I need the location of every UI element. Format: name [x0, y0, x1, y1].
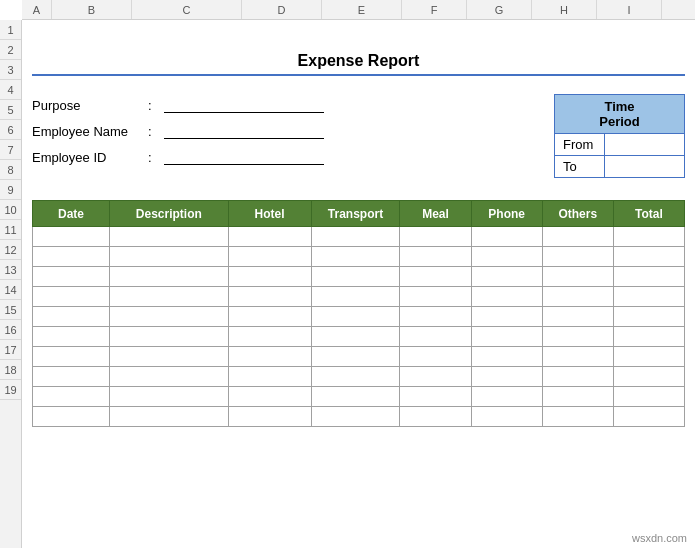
table-row	[33, 327, 685, 347]
row-numbers: 1 2 3 4 5 6 7 8 9 10 11 12 13 14 15 16 1…	[0, 20, 22, 548]
row-num-2: 2	[0, 40, 21, 60]
employee-id-label: Employee ID	[32, 150, 142, 165]
row-num-11: 11	[0, 220, 21, 240]
table-row	[33, 287, 685, 307]
form-row-employee-id: Employee ID :	[32, 146, 324, 168]
row-num-16: 16	[0, 320, 21, 340]
cell-transport[interactable]	[311, 227, 400, 247]
table-row	[33, 347, 685, 367]
col-header-i: I	[597, 0, 662, 19]
row-num-14: 14	[0, 280, 21, 300]
spreadsheet-wrapper: 1 2 3 4 5 6 7 8 9 10 11 12 13 14 15 16 1…	[0, 0, 695, 548]
row-num-19: 19	[0, 380, 21, 400]
row-num-13: 13	[0, 260, 21, 280]
cell-hotel[interactable]	[228, 227, 311, 247]
col-date: Date	[33, 201, 110, 227]
from-label: From	[555, 134, 605, 156]
content-area: Expense Report Purpose : Employee Name :	[22, 20, 695, 548]
table-row	[33, 247, 685, 267]
cell-total[interactable]	[613, 227, 684, 247]
col-header-f: F	[402, 0, 467, 19]
col-header-d: D	[242, 0, 322, 19]
to-value[interactable]	[605, 156, 685, 178]
expense-table-wrapper: Date Description Hotel Transport Meal Ph…	[22, 194, 695, 427]
row-num-12: 12	[0, 240, 21, 260]
watermark: wsxdn.com	[632, 532, 687, 544]
expense-table-header-row: Date Description Hotel Transport Meal Ph…	[33, 201, 685, 227]
row-num-17: 17	[0, 340, 21, 360]
col-others: Others	[542, 201, 613, 227]
col-header-a: A	[22, 0, 52, 19]
form-row-purpose: Purpose :	[32, 94, 324, 116]
col-header-e: E	[322, 0, 402, 19]
purpose-input[interactable]	[164, 97, 324, 113]
report-title: Expense Report	[298, 52, 420, 69]
row-num-15: 15	[0, 300, 21, 320]
row-num-6: 6	[0, 120, 21, 140]
table-row	[33, 367, 685, 387]
row-num-18: 18	[0, 360, 21, 380]
table-row	[33, 227, 685, 247]
form-row-employee-name: Employee Name :	[32, 120, 324, 142]
col-description: Description	[110, 201, 229, 227]
from-value[interactable]	[605, 134, 685, 156]
purpose-label: Purpose	[32, 98, 142, 113]
purpose-colon: :	[148, 98, 158, 113]
employee-name-input[interactable]	[164, 123, 324, 139]
col-transport: Transport	[311, 201, 400, 227]
table-row	[33, 407, 685, 427]
employee-id-colon: :	[148, 150, 158, 165]
row-num-3: 3	[0, 60, 21, 80]
row-num-7: 7	[0, 140, 21, 160]
row-num-10: 10	[0, 200, 21, 220]
row-num-5: 5	[0, 100, 21, 120]
time-period-from-row: From	[555, 134, 685, 156]
col-header-g: G	[467, 0, 532, 19]
table-row	[33, 307, 685, 327]
row-num-9: 9	[0, 180, 21, 200]
employee-name-colon: :	[148, 124, 158, 139]
col-header-c: C	[132, 0, 242, 19]
row-num-4: 4	[0, 80, 21, 100]
table-row	[33, 387, 685, 407]
col-meal: Meal	[400, 201, 471, 227]
time-period-to-row: To	[555, 156, 685, 178]
cell-date[interactable]	[33, 227, 110, 247]
cell-phone[interactable]	[471, 227, 542, 247]
col-header-b: B	[52, 0, 132, 19]
row-num-8: 8	[0, 160, 21, 180]
title-section: Expense Report	[32, 44, 685, 76]
employee-id-input[interactable]	[164, 149, 324, 165]
to-label: To	[555, 156, 605, 178]
col-phone: Phone	[471, 201, 542, 227]
time-period-table: Time Period From To	[554, 94, 685, 178]
col-header-h: H	[532, 0, 597, 19]
time-period-section: Time Period From To	[554, 94, 685, 178]
main-area: A B C D E F G H I Expense Report Pu	[22, 0, 695, 548]
form-fields: Purpose : Employee Name : Employee ID :	[32, 94, 324, 178]
col-hotel: Hotel	[228, 201, 311, 227]
col-total: Total	[613, 201, 684, 227]
row-num-1: 1	[0, 20, 21, 40]
cell-desc[interactable]	[110, 227, 229, 247]
employee-name-label: Employee Name	[32, 124, 142, 139]
cell-meal[interactable]	[400, 227, 471, 247]
col-headers: A B C D E F G H I	[22, 0, 695, 20]
time-period-header: Time Period	[555, 95, 685, 134]
form-section: Purpose : Employee Name : Employee ID :	[22, 88, 695, 184]
cell-others[interactable]	[542, 227, 613, 247]
expense-table: Date Description Hotel Transport Meal Ph…	[32, 200, 685, 427]
table-row	[33, 267, 685, 287]
